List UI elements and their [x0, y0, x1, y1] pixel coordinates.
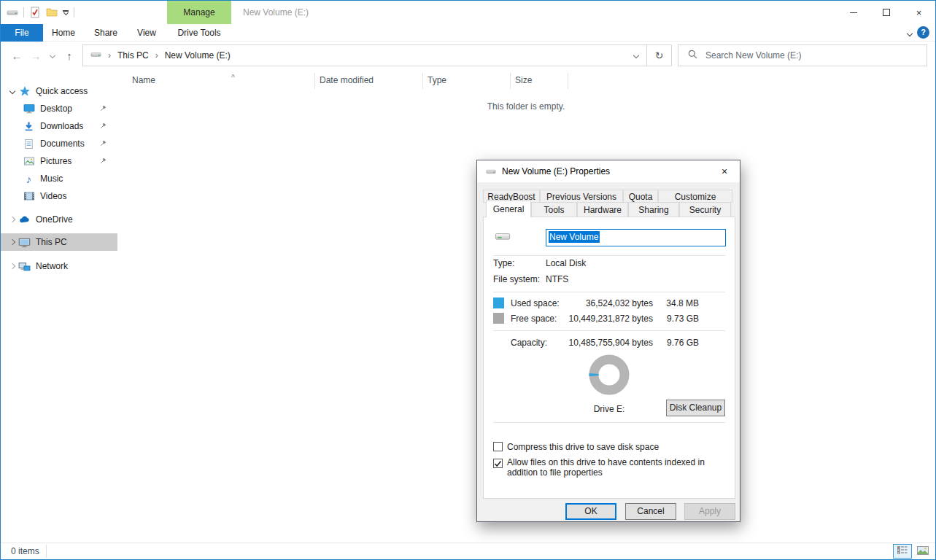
chevron-right-icon[interactable]	[7, 264, 18, 268]
column-header-name[interactable]: ^ Name	[132, 75, 155, 85]
divider	[493, 255, 725, 256]
dialog-title: New Volume (E:) Properties	[502, 166, 610, 176]
tab-file[interactable]: File	[1, 24, 43, 42]
dialog-close-button[interactable]: ×	[709, 160, 740, 182]
compress-checkbox[interactable]	[493, 442, 503, 451]
volume-label-input[interactable]: New Volume	[546, 229, 726, 246]
film-icon	[23, 190, 35, 203]
sidebar-item-downloads[interactable]: Downloads	[1, 117, 117, 135]
sidebar-item-label: Quick access	[36, 86, 88, 96]
sidebar-item-this-pc[interactable]: This PC	[1, 233, 117, 251]
dialog-tab-tools[interactable]: Tools	[531, 202, 577, 217]
help-icon[interactable]: ?	[917, 26, 929, 39]
sidebar-item-label: Desktop	[40, 104, 72, 114]
column-separator[interactable]	[510, 73, 511, 89]
column-separator[interactable]	[422, 73, 423, 89]
tab-view[interactable]: View	[126, 24, 167, 42]
divider	[493, 422, 725, 423]
column-label: Type	[428, 75, 446, 85]
up-button[interactable]: ↑	[61, 42, 78, 69]
customize-toolbar-chevron-icon[interactable]	[63, 10, 69, 15]
new-folder-icon[interactable]	[46, 7, 58, 18]
dialog-tab-customize[interactable]: Customize	[658, 190, 732, 203]
column-header-size[interactable]: Size	[515, 75, 532, 85]
dialog-tab-general[interactable]: General	[486, 201, 531, 217]
tab-drive-tools[interactable]: Drive Tools	[167, 24, 231, 42]
sidebar-item-videos[interactable]: Videos	[1, 187, 117, 205]
tab-home[interactable]: Home	[43, 24, 84, 42]
sidebar-item-quick-access[interactable]: Quick access	[1, 82, 117, 100]
divider	[493, 292, 725, 292]
thumbnail-view-icon	[917, 546, 929, 557]
details-view-button[interactable]	[893, 544, 912, 559]
used-space-swatch	[493, 298, 504, 308]
address-dropdown-chevron-icon[interactable]	[626, 45, 646, 66]
sidebar-item-label: Pictures	[40, 156, 71, 166]
thumbnail-view-button[interactable]	[913, 544, 932, 559]
chevron-right-icon[interactable]	[7, 217, 18, 222]
close-icon: ×	[916, 7, 922, 18]
address-bar[interactable]: › This PC › New Volume (E:) ↻	[82, 44, 672, 66]
cancel-button[interactable]: Cancel	[625, 503, 676, 520]
file-system-value: NTFS	[546, 274, 568, 284]
sidebar-item-label: Network	[36, 261, 68, 271]
volume-label-selected-text: New Volume	[549, 231, 600, 243]
search-box	[678, 44, 927, 66]
dialog-tab-sharing[interactable]: Sharing	[628, 202, 679, 217]
refresh-button[interactable]: ↻	[646, 45, 671, 66]
breadcrumb-item-this-pc[interactable]: This PC	[117, 50, 149, 61]
disk-cleanup-button[interactable]: Disk Cleanup	[666, 400, 725, 416]
contextual-group-manage[interactable]: Manage	[167, 1, 231, 24]
breadcrumb-item-new-volume[interactable]: New Volume (E:)	[165, 50, 231, 61]
dialog-tab-quota[interactable]: Quota	[623, 190, 658, 203]
navigation-bar: ← → ↑ › This PC › New Volume (E:) ↻	[1, 42, 935, 69]
index-contents-checkbox[interactable]	[493, 459, 503, 468]
sidebar-item-documents[interactable]: Documents	[1, 135, 117, 152]
minimize-button[interactable]	[837, 1, 870, 24]
used-space-size: 34.8 MB	[651, 298, 699, 308]
sidebar-item-network[interactable]: Network	[1, 257, 117, 275]
window-controls: ×	[837, 1, 935, 24]
column-header-date-modified[interactable]: Date modified	[320, 75, 374, 85]
sidebar-item-label: OneDrive	[36, 214, 73, 225]
column-label: Name	[132, 75, 155, 85]
column-separator[interactable]	[314, 73, 315, 89]
status-bar: 0 items	[1, 542, 935, 559]
dialog-tab-security[interactable]: Security	[679, 202, 731, 217]
sidebar-item-desktop[interactable]: Desktop	[1, 100, 117, 117]
drive-icon	[7, 7, 18, 18]
column-separator[interactable]	[568, 73, 568, 89]
breadcrumb-separator: ›	[108, 50, 111, 61]
properties-check-icon[interactable]	[29, 7, 41, 18]
pin-icon	[99, 121, 108, 132]
column-header-type[interactable]: Type	[428, 75, 446, 85]
back-button[interactable]: ←	[8, 42, 26, 69]
maximize-button[interactable]	[870, 1, 902, 24]
free-space-size: 9.73 GB	[651, 314, 699, 324]
sidebar-item-pictures[interactable]: Pictures	[1, 152, 117, 170]
chevron-down-icon[interactable]	[7, 89, 18, 93]
used-space-bytes: 36,524,032 bytes	[536, 298, 653, 308]
dialog-tab-hardware[interactable]: Hardware	[577, 202, 628, 217]
chevron-right-icon[interactable]	[7, 240, 18, 244]
view-toggle-buttons	[893, 544, 932, 559]
desktop-monitor-icon	[23, 103, 35, 115]
search-input[interactable]	[705, 50, 927, 61]
expand-ribbon-chevron-icon[interactable]	[908, 28, 912, 38]
dialog-tab-previous-versions[interactable]: Previous Versions	[540, 190, 623, 203]
quick-access-star-icon	[18, 85, 31, 98]
ok-button[interactable]: OK	[565, 503, 616, 520]
details-view-icon	[897, 546, 908, 556]
forward-button[interactable]: →	[27, 42, 45, 69]
close-button[interactable]: ×	[902, 1, 935, 24]
minimize-icon	[850, 12, 857, 13]
sidebar-item-onedrive[interactable]: OneDrive	[1, 211, 117, 228]
tab-share[interactable]: Share	[85, 24, 126, 42]
sidebar-item-music[interactable]: ♪ Music	[1, 170, 117, 187]
separator	[23, 7, 24, 18]
index-contents-checkbox-label: Allow files on this drive to have conten…	[507, 457, 727, 478]
recent-locations-chevron-icon[interactable]	[46, 42, 59, 69]
computer-icon	[18, 236, 31, 249]
apply-button: Apply	[684, 503, 735, 520]
pin-icon	[99, 156, 108, 167]
